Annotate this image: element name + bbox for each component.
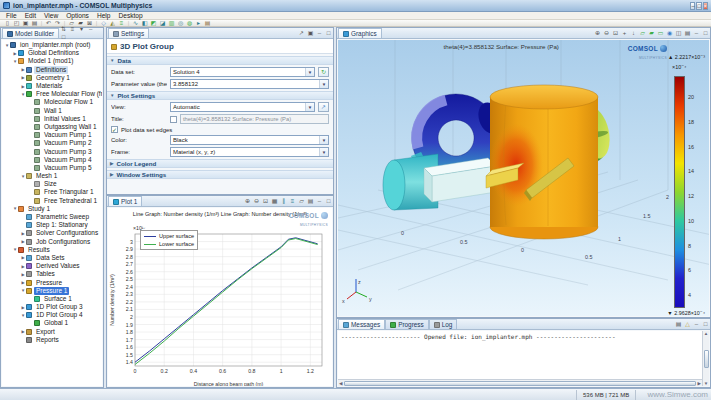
tree-item-vacuum-pump-3[interactable]: Vacuum Pump 3 bbox=[4, 147, 102, 155]
tree-item-free-molecular-flow-fmf[interactable]: ▼Free Molecular Flow (fmf) bbox=[4, 90, 102, 98]
tree-item-molecular-flow-1[interactable]: Molecular Flow 1 bbox=[4, 98, 102, 106]
tree-item-job-configurations[interactable]: ▶Job Configurations bbox=[4, 238, 102, 246]
go-to-view-button[interactable]: ↗ bbox=[318, 102, 329, 112]
model-builder-tab[interactable]: Model Builder bbox=[2, 28, 59, 38]
section-plot-settings[interactable]: ▼ Plot Settings bbox=[107, 91, 333, 100]
help-icon[interactable]: ▣ bbox=[306, 30, 315, 37]
view-select[interactable]: Automatic ▼ bbox=[170, 102, 315, 112]
tree-item-derived-values[interactable]: ▶Derived Values bbox=[4, 262, 102, 270]
tree-item-vacuum-pump-4[interactable]: Vacuum Pump 4 bbox=[4, 156, 102, 164]
tree-item-mesh-1[interactable]: ▼Mesh 1 bbox=[4, 172, 102, 180]
tree-item-initial-values-1[interactable]: Initial Values 1 bbox=[4, 115, 102, 123]
parameter-value-select[interactable]: 3.858132 ▼ bbox=[170, 79, 329, 89]
horizontal-scrollbar[interactable]: ◀▶ bbox=[338, 379, 702, 386]
tree-item-wall-1[interactable]: Wall 1 bbox=[4, 107, 102, 115]
collapse-all-icon[interactable]: ⇅ bbox=[59, 26, 68, 33]
tree-item-solver-configurations[interactable]: ▶Solver Configurations bbox=[4, 229, 102, 237]
new-icon[interactable]: ▯ bbox=[3, 20, 12, 27]
frame-select[interactable]: Material (x, y, z) ▼ bbox=[170, 147, 329, 157]
tree-item-ion-implanter-mph-root[interactable]: ▼ion_implanter.mph (root) bbox=[4, 41, 102, 49]
tree-item-vacuum-pump-1[interactable]: Vacuum Pump 1 bbox=[4, 131, 102, 139]
minimize-icon[interactable]: – bbox=[86, 26, 95, 33]
maximize-icon[interactable]: □ bbox=[701, 30, 710, 37]
clear-icon[interactable]: ▤ bbox=[674, 321, 683, 328]
tree-item-surface-1[interactable]: Surface 1 bbox=[4, 295, 102, 303]
snapshot-icon[interactable]: ▤ bbox=[683, 30, 692, 37]
graphics-view[interactable]: theta(4)=3.858132 Surface: Pressure (Pa)… bbox=[338, 40, 709, 316]
data-set-select[interactable]: Solution 4 ▼ bbox=[170, 67, 315, 77]
tree-item-1d-plot-group-3[interactable]: ▶1D Plot Group 3 bbox=[4, 303, 102, 311]
tree-item-size[interactable]: Size bbox=[4, 180, 102, 188]
tree-item-reports[interactable]: Reports bbox=[4, 336, 102, 344]
zoom-in-icon[interactable]: ⊕ bbox=[593, 30, 602, 37]
tree-item-data-sets[interactable]: ▶Data Sets bbox=[4, 254, 102, 262]
detach-icon[interactable]: ↗ bbox=[297, 30, 306, 37]
mesh-icon[interactable]: ◭ bbox=[108, 20, 117, 27]
menu-desktop[interactable]: Desktop bbox=[114, 12, 146, 20]
minimize-icon[interactable]: – bbox=[315, 198, 324, 205]
menu-options[interactable]: Options bbox=[62, 12, 93, 20]
zoom-in-icon[interactable]: ⊕ bbox=[243, 198, 252, 205]
warning-icon[interactable]: △ bbox=[683, 321, 692, 328]
plot-slice-icon[interactable]: ▥ bbox=[167, 20, 176, 27]
zoom-extents-icon[interactable]: ⊡ bbox=[611, 30, 620, 37]
y-log-icon[interactable]: ≡ bbox=[288, 198, 297, 205]
plot-contour-icon[interactable]: ◎ bbox=[176, 20, 185, 27]
zoom-extents-icon[interactable]: ⊡ bbox=[261, 198, 270, 205]
tree-item-definitions[interactable]: ▶Definitions bbox=[4, 66, 102, 74]
minimize-icon[interactable]: – bbox=[315, 30, 324, 37]
maximize-icon[interactable]: □ bbox=[701, 321, 710, 328]
tree-item-materials[interactable]: ▶Materials bbox=[4, 82, 102, 90]
maximize-button[interactable]: □ bbox=[696, 2, 701, 10]
tree-item-vacuum-pump-2[interactable]: Vacuum Pump 2 bbox=[4, 139, 102, 147]
menu-view[interactable]: View bbox=[40, 12, 62, 20]
menu-help[interactable]: Help bbox=[93, 12, 115, 20]
minimize-button[interactable]: – bbox=[690, 2, 695, 10]
show-options-icon[interactable]: ≡ bbox=[68, 26, 77, 33]
chart-area[interactable]: Line Graph: Number density (1/m³) Line G… bbox=[108, 208, 332, 386]
report-icon[interactable]: ▤ bbox=[203, 20, 212, 27]
plot1-tab[interactable]: Plot 1 bbox=[108, 196, 142, 206]
plot-volume-icon[interactable]: ◩ bbox=[149, 20, 158, 27]
snapshot-icon[interactable]: ▤ bbox=[306, 198, 315, 205]
animate-icon[interactable]: ▸ bbox=[194, 20, 203, 27]
zoom-out-icon[interactable]: ⊖ bbox=[252, 198, 261, 205]
tree-item-step-1-stationary[interactable]: Step 1: Stationary bbox=[4, 221, 102, 229]
zoom-out-icon[interactable]: ⊖ bbox=[602, 30, 611, 37]
tree-item-1d-plot-group-4[interactable]: ▼1D Plot Group 4 bbox=[4, 311, 102, 319]
tree-item-global-definitions[interactable]: ▶Global Definitions bbox=[4, 49, 102, 57]
settings-tab[interactable]: Settings bbox=[108, 28, 149, 38]
tree-item-global-1[interactable]: Global 1 bbox=[4, 319, 102, 327]
tree-item-model-1-mod1[interactable]: ▼Model 1 (mod1) bbox=[4, 57, 102, 65]
save-icon[interactable]: ▣ bbox=[21, 20, 30, 27]
tree-item-study-1[interactable]: ▼Study 1 bbox=[4, 205, 102, 213]
maximize-icon[interactable]: □ bbox=[324, 198, 333, 205]
tree-item-vacuum-pump-5[interactable]: Vacuum Pump 5 bbox=[4, 164, 102, 172]
minimize-icon[interactable]: – bbox=[692, 30, 701, 37]
tree-item-tables[interactable]: ▶Tables bbox=[4, 270, 102, 278]
maximize-icon[interactable]: □ bbox=[324, 30, 333, 37]
tree-item-pressure[interactable]: ▶Pressure bbox=[4, 278, 102, 286]
go-to-view-icon[interactable]: ↓ bbox=[629, 30, 638, 37]
title-checkbox[interactable] bbox=[170, 116, 177, 123]
menu-file[interactable]: File bbox=[2, 12, 21, 20]
plot-arrow-icon[interactable]: ◪ bbox=[158, 20, 167, 27]
tab-log[interactable]: Log bbox=[429, 319, 458, 329]
close-button[interactable]: × bbox=[703, 2, 708, 10]
section-window-settings[interactable]: ▶ Window Settings bbox=[107, 170, 333, 179]
transparency-icon[interactable]: ◫ bbox=[674, 30, 683, 37]
tree-item-pressure-1[interactable]: ▼Pressure 1 bbox=[4, 287, 102, 295]
minimize-icon[interactable]: – bbox=[692, 321, 701, 328]
undo-icon[interactable]: ↶ bbox=[44, 20, 53, 27]
plot-iso-icon[interactable]: ◍ bbox=[185, 20, 194, 27]
tree-item-free-tetrahedral-1[interactable]: Free Tetrahedral 1 bbox=[4, 197, 102, 205]
color-select[interactable]: Black ▼ bbox=[170, 135, 329, 145]
pan-icon[interactable]: + bbox=[620, 30, 629, 37]
section-color-legend[interactable]: ▶ Color Legend bbox=[107, 159, 333, 168]
3d-scene[interactable]: z x y 00.500.511.52 bbox=[338, 40, 709, 316]
plot-edges-checkbox[interactable]: ✓ bbox=[111, 126, 118, 133]
tree-item-results[interactable]: ▼Results bbox=[4, 246, 102, 254]
tree-item-parametric-sweep[interactable]: Parametric Sweep bbox=[4, 213, 102, 221]
view-yz-icon[interactable]: ▰ bbox=[647, 30, 656, 37]
tab-progress[interactable]: Progress bbox=[385, 319, 429, 329]
